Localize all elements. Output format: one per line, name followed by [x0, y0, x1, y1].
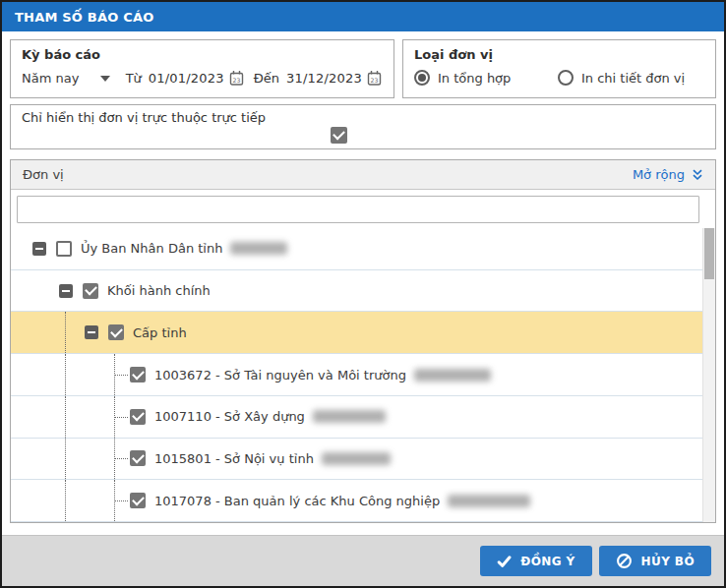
unit-type-label: Loại đơn vị [414, 47, 704, 62]
tree-connector-line [114, 500, 128, 501]
units-header: Đơn vị Mở rộng [11, 160, 715, 190]
tree-row[interactable]: 1017078 - Ban quản lý các Khu Công nghiệ… [11, 480, 702, 522]
radio-selected-icon [414, 70, 430, 86]
units-section: Đơn vị Mở rộng Ủy Ban Nhân Dân tỉnh [10, 159, 716, 523]
direct-units-label: Chỉ hiển thị đơn vị trực thuộc trực tiếp [22, 110, 704, 125]
node-checkbox[interactable] [83, 283, 98, 299]
double-chevron-down-icon [692, 168, 703, 181]
unit-type-group: Loại đơn vị In tổng hợp In chi tiết đơn … [402, 39, 716, 98]
unit-type-options: In tổng hợp In chi tiết đơn vị [414, 70, 704, 86]
ok-button-label: ĐỒNG Ý [520, 555, 575, 568]
expand-link-label: Mở rộng [633, 167, 685, 182]
check-icon [497, 555, 512, 568]
radio-unselected-icon [558, 70, 574, 86]
to-label: Đến [254, 71, 279, 86]
radio-in-tong-hop[interactable]: In tổng hợp [414, 70, 558, 86]
cancel-button-label: HỦY BỎ [641, 555, 695, 568]
node-label: Cấp tỉnh [133, 325, 187, 340]
redacted-text [230, 242, 287, 255]
node-checkbox[interactable] [56, 241, 72, 257]
direct-units-checkbox[interactable] [331, 127, 347, 144]
to-date-field[interactable]: 31/12/2023 [286, 71, 362, 86]
footer-gap [2, 524, 724, 535]
svg-text:23: 23 [232, 77, 240, 84]
node-label: 1015801 - Sở Nội vụ tỉnh [154, 451, 314, 466]
node-label: 1007110 - Sở Xây dựng [154, 409, 305, 424]
radio-in-chi-tiet[interactable]: In chi tiết đơn vị [558, 70, 685, 86]
node-label: Ủy Ban Nhân Dân tỉnh [81, 241, 222, 256]
tree-guide-line [65, 354, 66, 395]
period-preset-value: Năm nay [22, 71, 79, 86]
node-checkbox[interactable] [130, 367, 146, 382]
node-checkbox[interactable] [130, 493, 146, 508]
svg-text:23: 23 [371, 77, 379, 84]
from-label: Từ [126, 71, 142, 86]
from-date-field[interactable]: 01/01/2023 [149, 71, 224, 86]
node-label: 1017078 - Ban quản lý các Khu Công nghiệ… [154, 494, 440, 508]
cancel-button[interactable]: HỦY BỎ [599, 546, 711, 576]
tree-connector-line [114, 417, 128, 418]
report-period-label: Kỳ báo cáo [22, 47, 383, 62]
collapse-icon[interactable] [85, 325, 98, 339]
tree-row-selected[interactable]: Cấp tỉnh [11, 312, 702, 354]
report-period-controls: Năm nay Từ 01/01/2023 23 Đến 31/12/2023 … [22, 70, 383, 87]
radio-label: In tổng hợp [438, 71, 511, 86]
tree-row[interactable]: Ủy Ban Nhân Dân tỉnh [11, 228, 702, 270]
unit-tree: Ủy Ban Nhân Dân tỉnh Khối hành chính Cấp… [11, 228, 715, 522]
cancel-icon [616, 553, 633, 569]
from-calendar-icon[interactable]: 23 [229, 70, 245, 87]
chevron-down-icon [100, 76, 110, 82]
tree-row[interactable]: 1003672 - Sở Tài nguyên và Môi trường [11, 354, 702, 396]
redacted-text [414, 369, 491, 382]
radio-label: In chi tiết đơn vị [581, 71, 685, 86]
node-checkbox[interactable] [108, 324, 124, 340]
unit-search-input[interactable] [17, 196, 699, 223]
direct-units-checkbox-wrap [22, 127, 655, 144]
report-period-group: Kỳ báo cáo Năm nay Từ 01/01/2023 23 Đến … [10, 39, 394, 98]
tree-guide-line [65, 480, 66, 521]
collapse-icon[interactable] [59, 284, 73, 298]
tree-connector-line [114, 375, 128, 376]
tree-guide-line [65, 312, 66, 353]
tree-connector-line [114, 458, 128, 459]
redacted-text [313, 410, 386, 423]
footer-bar: ĐỒNG Ý HỦY BỎ [2, 535, 724, 586]
unit-search-wrap [11, 190, 715, 228]
ok-button[interactable]: ĐỒNG Ý [480, 546, 591, 576]
redacted-text [322, 452, 391, 465]
tree-guide-line [65, 396, 66, 438]
top-row: Kỳ báo cáo Năm nay Từ 01/01/2023 23 Đến … [10, 39, 716, 98]
unit-tree-rows: Ủy Ban Nhân Dân tỉnh Khối hành chính Cấp… [11, 228, 702, 522]
report-params-dialog: THAM SỐ BÁO CÁO Kỳ báo cáo Năm nay Từ 01… [0, 0, 726, 588]
node-checkbox[interactable] [130, 409, 146, 425]
node-label: Khối hành chính [107, 283, 211, 298]
redacted-text [448, 495, 530, 507]
dialog-title: THAM SỐ BÁO CÁO [15, 10, 153, 25]
direct-units-group: Chỉ hiển thị đơn vị trực thuộc trực tiếp [10, 104, 716, 149]
collapse-icon[interactable] [32, 242, 46, 256]
tree-scrollbar[interactable] [702, 228, 715, 522]
node-label: 1003672 - Sở Tài nguyên và Môi trường [154, 368, 406, 382]
dialog-titlebar: THAM SỐ BÁO CÁO [2, 2, 724, 31]
scrollbar-thumb[interactable] [704, 228, 714, 279]
tree-row[interactable]: 1007110 - Sở Xây dựng [11, 396, 702, 439]
to-calendar-icon[interactable]: 23 [367, 70, 383, 87]
expand-link[interactable]: Mở rộng [633, 167, 703, 182]
tree-row[interactable]: 1015801 - Sở Nội vụ tỉnh [11, 439, 702, 481]
tree-row[interactable]: Khối hành chính [11, 270, 702, 313]
units-title: Đơn vị [23, 167, 64, 182]
dialog-content: Kỳ báo cáo Năm nay Từ 01/01/2023 23 Đến … [2, 31, 724, 524]
tree-guide-line [65, 439, 66, 480]
node-checkbox[interactable] [130, 450, 146, 466]
period-preset-select[interactable]: Năm nay [22, 71, 112, 86]
